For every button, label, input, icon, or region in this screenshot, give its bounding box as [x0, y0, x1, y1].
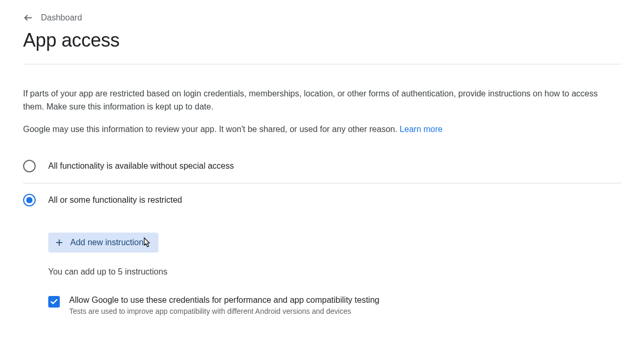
instructions-hint: You can add up to 5 instructions	[48, 267, 621, 277]
radio-unrestricted[interactable]	[23, 160, 36, 172]
option-restricted-label: All or some functionality is restricted	[48, 195, 182, 205]
intro-section: If parts of your app are restricted base…	[23, 87, 621, 136]
intro-paragraph-2: Google may use this information to revie…	[23, 123, 621, 136]
compatibility-checkbox[interactable]	[48, 296, 60, 308]
learn-more-link[interactable]: Learn more	[400, 125, 443, 134]
page-title: App access	[23, 29, 621, 51]
restricted-sub-section: Add new instructions You can add up to 5…	[23, 233, 621, 315]
option-unrestricted[interactable]: All functionality is available without s…	[23, 149, 621, 183]
compatibility-checkbox-content: Allow Google to use these credentials fo…	[69, 295, 379, 315]
plus-icon	[55, 238, 64, 247]
radio-restricted[interactable]	[23, 194, 36, 206]
add-instructions-button[interactable]: Add new instructions	[48, 233, 158, 253]
add-instructions-label: Add new instructions	[70, 238, 148, 247]
compatibility-checkbox-row: Allow Google to use these credentials fo…	[48, 295, 621, 315]
compatibility-secondary-label: Tests are used to improve app compatibil…	[69, 307, 379, 315]
back-arrow-icon[interactable]	[23, 13, 34, 23]
intro-paragraph-1: If parts of your app are restricted base…	[23, 87, 621, 114]
compatibility-primary-label: Allow Google to use these credentials fo…	[69, 295, 379, 305]
intro-paragraph-2-text: Google may use this information to revie…	[23, 125, 400, 134]
breadcrumb: Dashboard	[23, 13, 621, 23]
option-restricted[interactable]: All or some functionality is restricted	[23, 183, 621, 217]
breadcrumb-label[interactable]: Dashboard	[41, 13, 82, 23]
option-unrestricted-label: All functionality is available without s…	[48, 161, 234, 171]
divider	[23, 64, 621, 64]
